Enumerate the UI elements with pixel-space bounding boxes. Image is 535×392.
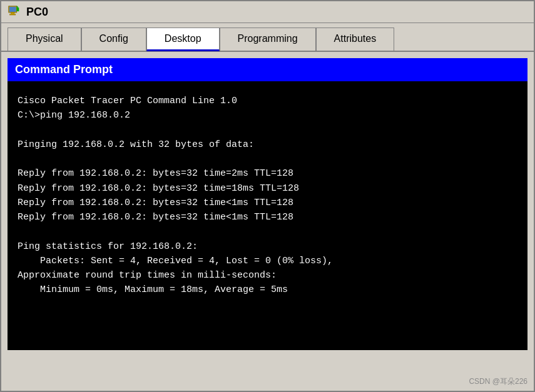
svg-marker-4 <box>17 6 19 8</box>
tabs-container: Physical Config Desktop Programming Attr… <box>1 23 534 52</box>
svg-rect-5 <box>17 8 19 11</box>
svg-rect-2 <box>11 13 15 14</box>
tab-programming[interactable]: Programming <box>220 28 316 51</box>
pc-icon <box>8 5 21 19</box>
terminal[interactable]: Cisco Packet Tracer PC Command Line 1.0 … <box>8 81 527 350</box>
content-area: Command Prompt Cisco Packet Tracer PC Co… <box>1 52 534 356</box>
window: PC0 Physical Config Desktop Programming … <box>0 0 535 392</box>
tab-attributes[interactable]: Attributes <box>316 28 395 51</box>
window-title: PC0 <box>26 6 48 19</box>
svg-rect-3 <box>10 14 16 15</box>
watermark: CSDN @耳朵226 <box>469 376 527 387</box>
svg-rect-1 <box>9 7 16 12</box>
tab-config[interactable]: Config <box>81 28 146 51</box>
tab-desktop[interactable]: Desktop <box>146 28 220 51</box>
title-bar: PC0 <box>1 1 534 23</box>
command-prompt-header: Command Prompt <box>8 58 527 81</box>
tab-physical[interactable]: Physical <box>8 28 81 51</box>
